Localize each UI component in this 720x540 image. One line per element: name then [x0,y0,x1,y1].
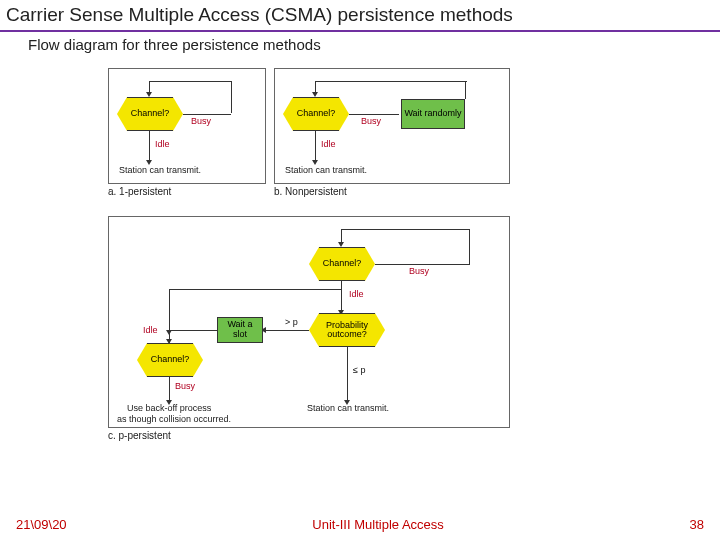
label-idle-b: Idle [321,139,336,149]
box-1-persistent: Channel? Busy Idle Station can transmit. [108,68,266,184]
label-transmit-c: Station can transmit. [307,403,389,413]
label-busy-a: Busy [191,116,211,126]
hex-label: Probability outcome? [309,313,385,347]
box-p-persistent: Channel? Busy Idle Probability outcome? … [108,216,510,428]
caption-c: c. p-persistent [108,430,171,441]
hex-probability: Probability outcome? [309,313,385,347]
hex-channel-c2: Channel? [137,343,203,377]
caption-a: a. 1-persistent [108,186,171,197]
label-busy-b: Busy [361,116,381,126]
hex-label: Channel? [309,247,375,281]
label-busy-c1: Busy [409,266,429,276]
hex-channel-a: Channel? [117,97,183,131]
label-backoff1: Use back-off process [127,403,211,413]
label-lep: ≤ p [353,365,365,375]
hex-label: Channel? [137,343,203,377]
label-idle-c1: Idle [349,289,364,299]
hex-channel-c1: Channel? [309,247,375,281]
hex-channel-b: Channel? [283,97,349,131]
hex-label: Channel? [283,97,349,131]
label-backoff2: as though collision occurred. [117,414,231,424]
slide-footer: 21\09\20 Unit-III Multiple Access 38 [0,517,720,532]
wait-random-box: Wait randomly [401,99,465,129]
wait-slot-box: Wait a slot [217,317,263,343]
label-idle-a: Idle [155,139,170,149]
label-busy-c2: Busy [175,381,195,391]
footer-date: 21\09\20 [16,517,67,532]
footer-page: 38 [690,517,704,532]
label-gtp: > p [285,317,298,327]
hex-label: Channel? [117,97,183,131]
label-transmit-a: Station can transmit. [119,165,201,175]
box-nonpersistent: Channel? Busy Wait randomly Idle Station… [274,68,510,184]
label-idle-c2: Idle [143,325,158,335]
caption-b: b. Nonpersistent [274,186,347,197]
slide-subtitle: Flow diagram for three persistence metho… [0,32,720,53]
footer-unit: Unit-III Multiple Access [312,517,444,532]
label-transmit-b: Station can transmit. [285,165,367,175]
slide-title: Carrier Sense Multiple Access (CSMA) per… [0,0,720,32]
